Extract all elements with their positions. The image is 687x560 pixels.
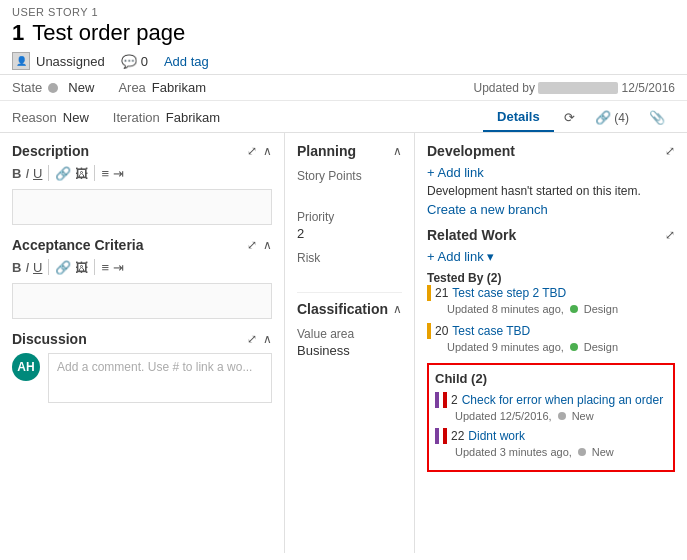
acceptance-area[interactable] [12,283,272,319]
child-item-id-1: 2 [451,393,458,407]
tab-attachment[interactable]: 📎 [639,104,675,131]
fields-row: State New Area Fabrikam Updated by 12/5/… [0,75,687,101]
main-content: Description ⤢ ∧ B I U 🔗 🖼 ≡ ⇥ Acceptance… [0,133,687,553]
child-item-title-1[interactable]: Check for error when placing an order [462,393,663,407]
reason-label: Reason [12,110,57,125]
work-item-title-2[interactable]: Test case TBD [452,324,530,338]
expand-icon-2[interactable]: ⤢ [247,238,257,252]
work-item-bar-1 [427,285,431,301]
work-item-status-2: Design [584,341,618,353]
related-icons: ⤢ [665,228,675,242]
related-work-section: Related Work ⤢ + Add link ▾ Tested By (2… [427,227,675,353]
reason-field: Reason New [12,110,89,125]
italic-btn-2[interactable]: I [25,260,29,275]
related-expand-icon[interactable]: ⤢ [665,228,675,242]
updated-info: Updated by 12/5/2016 [474,81,675,95]
dev-add-link-button[interactable]: + Add link [427,165,675,180]
link-btn-2[interactable]: 🔗 [55,260,71,275]
story-points-label: Story Points [297,169,402,183]
right-panel: Development ⤢ + Add link Development has… [415,133,687,553]
state-value[interactable]: New [68,80,94,95]
list-btn[interactable]: ≡ [101,166,109,181]
planning-collapse-icon[interactable]: ∧ [393,144,402,158]
tab-details[interactable]: Details [483,103,554,132]
value-area-field: Value area Business [297,327,402,358]
updated-date: 12/5/2016 [622,81,675,95]
middle-panel: Planning ∧ Story Points Priority 2 Risk … [285,133,415,553]
underline-btn-2[interactable]: U [33,260,42,275]
child-header: Child (2) [435,371,667,386]
iteration-label: Iteration [113,110,160,125]
child-item-title-2[interactable]: Didnt work [468,429,525,443]
child-bar-2 [435,428,439,444]
avatar: AH [12,353,40,381]
image-btn[interactable]: 🖼 [75,166,88,181]
link-btn[interactable]: 🔗 [55,166,71,181]
collapse-icon-3[interactable]: ∧ [263,332,272,346]
title-id: 1 [12,20,24,46]
work-item-title-1[interactable]: Test case step 2 TBD [452,286,566,300]
tab-history[interactable]: ⟳ [554,104,585,131]
create-branch-link[interactable]: Create a new branch [427,202,548,217]
collapse-icon-2[interactable]: ∧ [263,238,272,252]
collapse-icon[interactable]: ∧ [263,144,272,158]
related-add-link-button[interactable]: + Add link ▾ [427,249,675,264]
acceptance-title: Acceptance Criteria [12,237,144,253]
image-btn-2[interactable]: 🖼 [75,260,88,275]
description-title: Description [12,143,89,159]
comment-box[interactable]: Add a comment. Use # to link a wo... [48,353,272,403]
acceptance-header: Acceptance Criteria ⤢ ∧ [12,237,272,253]
child-section: Child (2) 2 Check for error when placing… [427,363,675,472]
add-tag-button[interactable]: Add tag [164,54,209,69]
classification-header: Classification ∧ [297,301,402,317]
child-bar-2b [443,428,447,444]
discussion-icons: ⤢ ∧ [247,332,272,346]
value-area-label: Value area [297,327,402,341]
underline-btn[interactable]: U [33,166,42,181]
planning-header: Planning ∧ [297,143,402,159]
risk-label: Risk [297,251,402,265]
indent-btn[interactable]: ⇥ [113,166,124,181]
work-item-bar-2 [427,323,431,339]
classification-collapse-icon[interactable]: ∧ [393,302,402,316]
bold-btn[interactable]: B [12,166,21,181]
priority-value[interactable]: 2 [297,226,402,241]
area-value[interactable]: Fabrikam [152,80,206,95]
area-label: Area [118,80,145,95]
development-title: Development [427,143,515,159]
italic-btn[interactable]: I [25,166,29,181]
bold-btn-2[interactable]: B [12,260,21,275]
reason-value[interactable]: New [63,110,89,125]
top-bar: USER STORY 1 1 Test order page 👤 Unassig… [0,0,687,75]
dev-expand-icon[interactable]: ⤢ [665,144,675,158]
child-bar-1b [443,392,447,408]
assigned-to[interactable]: 👤 Unassigned [12,52,105,70]
list-btn-2[interactable]: ≡ [101,260,109,275]
development-header: Development ⤢ [427,143,675,159]
updated-name [538,82,618,94]
child-item-updated-2: Updated 3 minutes ago, [455,446,572,458]
child-item-1: 2 Check for error when placing an order … [435,392,667,422]
tab-links[interactable]: 🔗 (4) [585,104,639,131]
child-item-2: 22 Didnt work Updated 3 minutes ago, New [435,428,667,458]
related-work-item-1: 21 Test case step 2 TBD Updated 8 minute… [427,285,675,315]
story-points-value[interactable] [297,185,402,200]
description-toolbar: B I U 🔗 🖼 ≡ ⇥ [12,165,272,181]
risk-value[interactable] [297,267,402,282]
related-add-link-label: + Add link [427,249,484,264]
link-count: (4) [614,111,629,125]
work-item-id-1: 21 [435,286,448,300]
acceptance-icons: ⤢ ∧ [247,238,272,252]
expand-icon-3[interactable]: ⤢ [247,332,257,346]
child-item-status-1: New [572,410,594,422]
expand-icon[interactable]: ⤢ [247,144,257,158]
description-area[interactable] [12,189,272,225]
value-area-value[interactable]: Business [297,343,402,358]
iteration-value[interactable]: Fabrikam [166,110,220,125]
priority-field: Priority 2 [297,210,402,241]
indent-btn-2[interactable]: ⇥ [113,260,124,275]
toolbar-sep-3 [48,259,49,275]
dev-no-start-message: Development hasn't started on this item. [427,184,675,198]
planning-title: Planning [297,143,356,159]
left-panel: Description ⤢ ∧ B I U 🔗 🖼 ≡ ⇥ Acceptance… [0,133,285,553]
